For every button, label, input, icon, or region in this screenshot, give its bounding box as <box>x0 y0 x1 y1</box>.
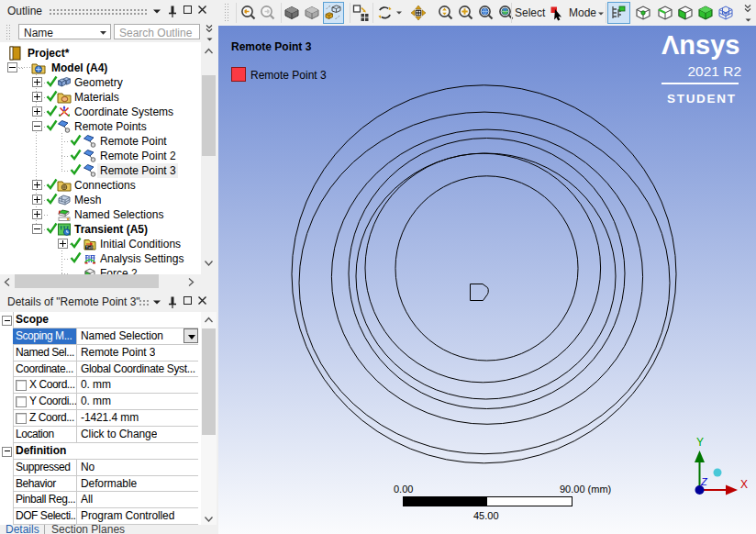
svg-text:T=0: T=0 <box>86 245 94 250</box>
svg-text:X: X <box>740 478 748 491</box>
svg-text:Y: Y <box>696 436 704 449</box>
svg-text:Z: Z <box>700 476 708 487</box>
